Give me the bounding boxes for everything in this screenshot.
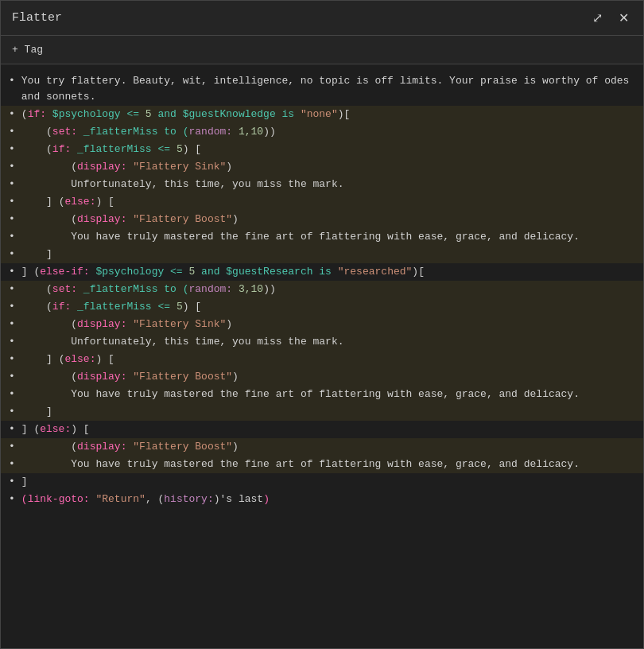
title-bar-controls: ⤢ ✕ xyxy=(589,10,632,26)
code-line: • (if: _flatterMiss <= 5) [ xyxy=(1,141,643,158)
code-segment: Unfortunately, this time, you miss the m… xyxy=(21,178,344,190)
code-segment: ( xyxy=(21,126,52,138)
code-segment: "none" xyxy=(301,108,338,120)
bullet: • xyxy=(9,177,15,192)
line-content: (if: $psychology <= 5 and $guestKnowledg… xyxy=(21,107,632,122)
line-content: ] (else:) [ xyxy=(21,194,632,210)
bullet: • xyxy=(9,369,15,385)
code-segment: ( xyxy=(21,318,77,330)
code-segment: , ( xyxy=(145,493,164,505)
code-line: •] (else-if: $psychology <= 5 and $guest… xyxy=(1,263,643,281)
code-segment: and $guestResearch is xyxy=(195,266,337,278)
code-line: • (set: _flatterMiss to (random: 3,10)) xyxy=(1,281,643,298)
code-segment: ) xyxy=(232,441,239,453)
code-segment: ] ( xyxy=(21,196,65,208)
bullet: • xyxy=(9,299,15,315)
code-line: • (display: "Flattery Sink") xyxy=(1,158,643,176)
line-content: (display: "Flattery Sink") xyxy=(21,159,632,175)
code-segment: "researched" xyxy=(338,266,413,278)
code-segment: ( xyxy=(21,213,77,225)
code-segment: display: xyxy=(77,318,126,330)
bullet: • xyxy=(9,317,15,332)
code-segment: You have truly mastered the fine art of … xyxy=(21,388,580,400)
code-line: • You have truly mastered the fine art o… xyxy=(1,386,643,403)
title-bar: Flatter ⤢ ✕ xyxy=(1,1,643,36)
code-segment: random: xyxy=(189,283,233,295)
close-button[interactable]: ✕ xyxy=(615,10,632,26)
code-line: • (display: "Flattery Boost") xyxy=(1,368,643,386)
code-segment: else: xyxy=(64,353,95,365)
code-segment: _flatterMiss <= xyxy=(71,301,177,313)
line-content: (if: _flatterMiss <= 5) [ xyxy=(21,299,632,315)
line-content: You have truly mastered the fine art of … xyxy=(21,457,632,472)
bullet: • xyxy=(9,159,15,175)
line-content: (set: _flatterMiss to (random: 1,10)) xyxy=(21,124,632,140)
code-segment: 5 xyxy=(177,143,183,155)
code-line: • ] xyxy=(1,246,643,263)
code-line: • ] (else:) [ xyxy=(1,351,643,368)
bullet: • xyxy=(9,264,15,280)
line-content: (display: "Flattery Boost") xyxy=(21,439,632,455)
code-line: • Unfortunately, this time, you miss the… xyxy=(1,333,643,351)
line-content: You have truly mastered the fine art of … xyxy=(21,229,632,245)
code-segment: random: xyxy=(189,126,233,138)
line-content: (if: _flatterMiss <= 5) [ xyxy=(21,142,632,157)
bullet: • xyxy=(9,439,15,455)
code-segment: history: xyxy=(164,493,213,505)
code-segment: ( xyxy=(21,441,77,453)
code-segment: 5 xyxy=(145,108,152,120)
code-line: • ] (else:) [ xyxy=(1,193,643,211)
line-content: Unfortunately, this time, you miss the m… xyxy=(21,177,632,192)
expand-button[interactable]: ⤢ xyxy=(589,10,606,26)
code-segment: "Flattery Sink" xyxy=(133,318,226,330)
code-segment: ( xyxy=(21,493,28,505)
code-segment: ] xyxy=(21,406,52,418)
code-line: • (if: _flatterMiss <= 5) [ xyxy=(1,298,643,316)
code-line: • You have truly mastered the fine art o… xyxy=(1,228,643,246)
code-line: •(link-goto: "Return", (history:)'s last… xyxy=(1,491,643,508)
code-line: • Unfortunately, this time, you miss the… xyxy=(1,176,643,193)
code-segment: 3,10 xyxy=(232,283,263,295)
code-line: • (display: "Flattery Boost") xyxy=(1,211,643,228)
code-line: •(if: $psychology <= 5 and $guestKnowled… xyxy=(1,106,643,123)
bullet: • xyxy=(9,247,15,262)
code-segment: You try flattery. Beauty, wit, intellige… xyxy=(21,75,635,103)
code-segment: ] ( xyxy=(21,266,40,278)
line-content: Unfortunately, this time, you miss the m… xyxy=(21,334,632,350)
tag-button[interactable]: + Tag xyxy=(12,44,43,56)
code-segment: ) [ xyxy=(183,143,201,155)
code-segment: ( xyxy=(21,108,28,120)
code-segment: Unfortunately, this time, you miss the m… xyxy=(21,336,344,348)
code-segment: "Flattery Boost" xyxy=(133,441,232,453)
bullet: • xyxy=(9,352,15,367)
code-line: • You have truly mastered the fine art o… xyxy=(1,456,643,473)
bullet: • xyxy=(9,334,15,350)
bullet: • xyxy=(9,457,15,472)
code-segment: $psychology <= xyxy=(90,266,189,278)
code-segment: set: xyxy=(52,283,77,295)
code-line: • (set: _flatterMiss to (random: 1,10)) xyxy=(1,123,643,141)
line-content: (display: "Flattery Sink") xyxy=(21,317,632,332)
line-content: You have truly mastered the fine art of … xyxy=(21,387,632,402)
code-segment: "Flattery Boost" xyxy=(133,371,232,383)
code-segment: ) [ xyxy=(95,196,114,208)
bullet: • xyxy=(9,422,15,437)
bullet: • xyxy=(9,142,15,157)
code-line: •] (else:) [ xyxy=(1,421,643,438)
code-segment: 5 xyxy=(177,301,183,313)
line-content: ] (else:) [ xyxy=(21,352,632,367)
code-line: •You try flattery. Beauty, wit, intellig… xyxy=(1,72,643,106)
code-segment: ) xyxy=(226,161,232,173)
code-segment: display: xyxy=(77,441,126,453)
code-segment: ) [ xyxy=(95,353,114,365)
code-segment: "Return" xyxy=(95,493,145,505)
code-line: • (display: "Flattery Boost") xyxy=(1,438,643,456)
line-content: ] (else-if: $psychology <= 5 and $guestR… xyxy=(21,264,632,280)
code-segment: You have truly mastered the fine art of … xyxy=(21,231,580,243)
code-segment: You have truly mastered the fine art of … xyxy=(21,458,580,470)
code-segment: "Flattery Boost" xyxy=(133,213,232,225)
code-segment: ) xyxy=(263,493,270,505)
bullet: • xyxy=(9,194,15,210)
code-segment: ( xyxy=(21,143,52,155)
code-segment: display: xyxy=(77,161,126,173)
